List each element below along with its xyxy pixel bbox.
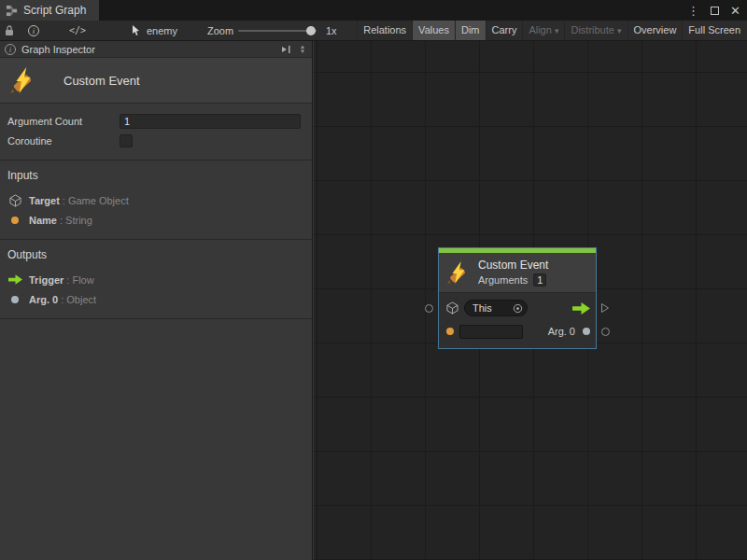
arg0-object-port-icon[interactable] xyxy=(583,328,590,335)
zoom-label-text: Zoom xyxy=(207,25,233,36)
name-port-row: Arg. 0 xyxy=(446,323,590,340)
distribute-button[interactable]: Distribute ▾ xyxy=(564,21,627,40)
padlock-icon xyxy=(5,24,14,36)
coroutine-row: Coroutine xyxy=(7,131,303,150)
info-icon: i xyxy=(28,25,39,36)
outputs-section: Outputs Trigger : Flow Arg. 0 : Object xyxy=(0,240,312,319)
carry-button[interactable]: Carry xyxy=(486,21,523,40)
script-graph-icon xyxy=(6,5,18,17)
port-name: Name xyxy=(29,215,57,226)
zoom-slider[interactable] xyxy=(238,21,317,40)
code-icon: </> xyxy=(69,25,86,35)
port-type: : String xyxy=(60,215,92,226)
name-string-port-icon[interactable] xyxy=(446,328,454,335)
object-picker-icon xyxy=(513,303,523,314)
inspector-title: Graph Inspector xyxy=(21,44,95,55)
zoom-slider-knob[interactable] xyxy=(306,26,316,35)
panel-spinner[interactable]: ▲ ▼ xyxy=(298,45,307,54)
inputs-section: Inputs Target : Game Object Name : Strin… xyxy=(0,161,312,240)
align-dropdown-arrow: ▾ xyxy=(555,26,559,35)
tab-label: Script Graph xyxy=(23,4,86,17)
coroutine-checkbox[interactable] xyxy=(120,134,133,147)
zoom-value: 1x xyxy=(326,21,337,40)
outputs-title: Outputs xyxy=(7,248,303,261)
graph-toolbar: i </> enemy Zoom 1x Relations Values Dim… xyxy=(0,21,747,41)
zoom-value-text: 1x xyxy=(326,25,337,36)
port-row-arg0: Arg. 0 : Object xyxy=(7,289,303,309)
game-object-cube-icon xyxy=(446,301,458,315)
inspector-titlebar: i Graph Inspector ▲ ▼ xyxy=(0,41,312,58)
window-titlebar: Script Graph ⋮ ✕ xyxy=(0,0,747,21)
spinner-down-icon: ▼ xyxy=(300,49,305,54)
dim-button[interactable]: Dim xyxy=(455,21,486,40)
cursor-icon xyxy=(131,24,142,36)
inspector-toggle-button[interactable]: i xyxy=(28,21,39,40)
inspector-fields: Argument Count Coroutine xyxy=(0,104,312,161)
graph-name: enemy xyxy=(147,25,177,36)
distribute-label: Distribute xyxy=(571,24,613,35)
argument-count-row: Argument Count xyxy=(7,111,303,131)
target-object-dropdown[interactable]: This xyxy=(464,300,528,316)
argument-count-label: Argument Count xyxy=(7,116,120,127)
zoom-slider-track[interactable] xyxy=(238,30,317,32)
trigger-flow-port-icon[interactable] xyxy=(572,302,590,315)
node-body: This Arg. 0 xyxy=(439,292,596,348)
port-type: : Flow xyxy=(66,274,93,286)
port-row-trigger: Trigger : Flow xyxy=(7,270,303,289)
port-row-target: Target : Game Object xyxy=(7,190,303,210)
dock-panel-icon[interactable] xyxy=(281,45,292,54)
align-button[interactable]: Align ▾ xyxy=(522,21,564,40)
trigger-output-port[interactable] xyxy=(600,302,610,314)
port-name: Trigger xyxy=(29,274,63,286)
name-input-field[interactable] xyxy=(459,325,523,339)
custom-event-icon xyxy=(9,66,37,94)
object-dot-icon xyxy=(7,296,22,303)
graph-inspector-panel: i Graph Inspector ▲ ▼ Custom Event Argum… xyxy=(0,41,313,560)
window-maximize-icon[interactable] xyxy=(711,7,719,15)
overview-button[interactable]: Overview xyxy=(627,21,683,40)
port-row-name: Name : String xyxy=(7,210,303,230)
distribute-dropdown-arrow: ▾ xyxy=(617,26,622,35)
custom-event-node[interactable]: Custom Event Arguments 1 This xyxy=(438,247,597,349)
node-arguments-value[interactable]: 1 xyxy=(533,273,546,287)
toolbar-buttons: Relations Values Dim Carry Align ▾ Distr… xyxy=(357,21,746,40)
target-input-port[interactable] xyxy=(425,304,433,313)
port-type: : Object xyxy=(61,294,96,305)
port-name: Target xyxy=(29,195,60,206)
tab-script-graph[interactable]: Script Graph xyxy=(0,0,99,21)
target-port-row: This xyxy=(446,300,590,316)
arg0-label: Arg. 0 xyxy=(548,326,575,337)
custom-event-icon xyxy=(446,260,471,285)
align-label: Align xyxy=(529,24,551,35)
edit-script-button[interactable]: </> xyxy=(69,21,86,40)
window-controls: ⋮ ✕ xyxy=(687,0,740,21)
zoom-label: Zoom xyxy=(207,21,233,40)
game-object-cube-icon xyxy=(7,194,22,207)
lock-icon[interactable] xyxy=(5,21,14,40)
arg0-output-port[interactable] xyxy=(601,328,610,336)
inspector-info-icon: i xyxy=(5,44,16,55)
target-value: This xyxy=(472,302,492,314)
port-name: Arg. 0 xyxy=(29,294,58,305)
inspected-unit-header: Custom Event xyxy=(0,58,312,104)
relations-button[interactable]: Relations xyxy=(357,21,412,40)
values-button[interactable]: Values xyxy=(412,21,455,40)
string-dot-icon xyxy=(7,217,22,224)
port-type: : Game Object xyxy=(63,195,129,206)
coroutine-label: Coroutine xyxy=(7,135,120,147)
graph-breadcrumb[interactable]: enemy xyxy=(131,21,177,40)
graph-canvas[interactable]: Custom Event Arguments 1 This xyxy=(314,41,747,560)
node-header[interactable]: Custom Event Arguments 1 xyxy=(439,253,596,292)
node-arguments-label: Arguments xyxy=(478,274,528,286)
window-menu-icon[interactable]: ⋮ xyxy=(687,4,699,18)
inspected-unit-title: Custom Event xyxy=(63,74,140,88)
inputs-title: Inputs xyxy=(7,169,303,182)
argument-count-input[interactable] xyxy=(120,114,301,129)
fullscreen-button[interactable]: Full Screen xyxy=(682,21,746,40)
flow-arrow-icon xyxy=(7,274,22,285)
window-close-icon[interactable]: ✕ xyxy=(730,4,740,18)
node-title: Custom Event xyxy=(478,259,548,272)
